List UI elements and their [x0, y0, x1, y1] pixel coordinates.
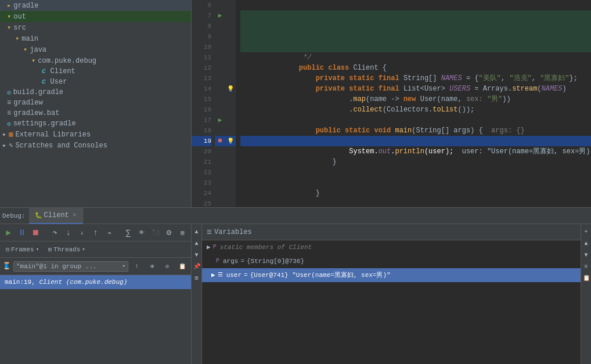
- var-item-args[interactable]: P args = {String[0]@736}: [202, 254, 581, 268]
- sort-vars-button[interactable]: ≡: [581, 261, 592, 272]
- bulb-icon[interactable]: 💡: [225, 84, 236, 94]
- debug-body: ▶ ⏸ ⏹ ↷ ↓ ⇓ ↑ ⇥ ∑ 👁 ⬛ ⚙ ▤: [0, 224, 591, 364]
- stack-frame-item[interactable]: main:19, Client (com.puke.debug): [0, 275, 191, 289]
- line-number: 16: [192, 104, 211, 115]
- evaluate-button[interactable]: ∑: [122, 226, 134, 239]
- sidebar-item-src[interactable]: ▾ src: [0, 22, 191, 33]
- code-line-17: public static void main(String[] args) {…: [240, 115, 591, 125]
- hint-item: [225, 188, 236, 199]
- debug-panel: Debug: 🐛 Client × ▶ ⏸ ⏹ ↷ ↓ ⇓ ↑: [0, 207, 591, 364]
- run-indicator: [215, 52, 225, 63]
- scratch-icon: ✎: [9, 141, 13, 150]
- sidebar-item-buildgradle[interactable]: ⚙ build.gradle: [0, 87, 191, 98]
- add-watch-button[interactable]: +: [581, 226, 592, 237]
- sidebar-item-extlibs[interactable]: ▸ ▦ External Libraries: [0, 129, 191, 140]
- watch-button[interactable]: 👁: [136, 226, 148, 239]
- folder-open-icon: ▾: [31, 56, 35, 65]
- frames-button[interactable]: ⊟ Frames ▾: [2, 245, 42, 254]
- step-over-button[interactable]: ↷: [49, 226, 61, 239]
- code-line-16: [240, 104, 591, 115]
- editor: 6 7 8 9 10 11 12 13 14 15 16 17 18 19: [192, 0, 591, 207]
- restore-layout-button[interactable]: ▲: [192, 226, 202, 237]
- run-indicator: [215, 157, 225, 167]
- variables-header: ☰ Variables: [202, 224, 581, 240]
- sort-threads-button[interactable]: ↕: [131, 260, 143, 273]
- scroll-down-vars-button[interactable]: ▼: [581, 250, 592, 260]
- hint-item: [225, 125, 236, 136]
- hint-indicators: 💡 💡: [225, 0, 236, 207]
- debug-side-toolbar: ▲ ▲ ▼ 📌 ⊞: [192, 224, 202, 364]
- run-indicator: [215, 31, 225, 42]
- frames-threads-bar: ⊟ Frames ▾ ⊞ Threads ▾: [0, 242, 191, 258]
- code-line-6: [240, 0, 591, 10]
- code-line-24: [240, 188, 591, 199]
- var-value: {User@741} "User(name=黑寡妇, sex=男)": [250, 268, 391, 282]
- freeze-thread-button[interactable]: ❄: [146, 260, 158, 273]
- sidebar-item-scratches[interactable]: ▸ ✎ Scratches and Consoles: [0, 140, 191, 151]
- line-number: 7: [192, 10, 211, 21]
- stop-button[interactable]: ⏹: [30, 226, 42, 239]
- threads-button[interactable]: ⊞ Threads ▾: [45, 245, 89, 254]
- bulb-icon-highlighted[interactable]: 💡: [225, 136, 236, 146]
- copy-button[interactable]: ⊞: [192, 273, 202, 283]
- step-out-button[interactable]: ↑: [89, 226, 102, 239]
- scroll-up-button[interactable]: ▲: [192, 238, 202, 248]
- hint-item: [225, 115, 236, 125]
- code-line-22: [240, 167, 591, 178]
- code-line-13: private static final List<User> USERS = …: [240, 73, 591, 84]
- hint-item: [225, 73, 236, 84]
- library-icon: ▦: [9, 130, 13, 139]
- code-line-14: .map(name -> new User(name, sex: "男")): [240, 84, 591, 94]
- layout-button[interactable]: ▤: [176, 226, 189, 239]
- sidebar-item-main[interactable]: ▾ main: [0, 33, 191, 44]
- sidebar-item-gradlew[interactable]: ≡ gradlew: [0, 98, 191, 108]
- scroll-down-button[interactable]: ▼: [192, 250, 202, 260]
- pause-button[interactable]: ⏸: [16, 226, 28, 239]
- close-tab-icon[interactable]: ×: [73, 211, 77, 219]
- variables-list: ▶ P static members of Client P args = {S…: [202, 240, 581, 364]
- step-into-button[interactable]: ↓: [62, 226, 74, 239]
- hint-item: [225, 31, 236, 42]
- pin-button[interactable]: 📌: [192, 261, 202, 272]
- tab-client[interactable]: 🐛 Client ×: [29, 208, 83, 224]
- sidebar-item-label: java: [30, 46, 46, 54]
- sidebar-item-label: main: [21, 35, 38, 43]
- hint-item: [225, 0, 236, 10]
- run-indicator: ⬟: [215, 136, 225, 146]
- run-indicator: [215, 146, 225, 157]
- frames-button[interactable]: ⬛: [149, 226, 161, 239]
- resume-button[interactable]: ▶: [2, 226, 15, 239]
- settings-button[interactable]: ⚙: [163, 226, 175, 239]
- copy-stack-button[interactable]: 📋: [176, 260, 189, 273]
- sidebar-item-client[interactable]: C Client: [0, 66, 191, 77]
- expand-arrow-icon[interactable]: ▶: [207, 240, 211, 254]
- sidebar-item-settingsgradle[interactable]: ⚙ settings.gradle: [0, 118, 191, 129]
- line-number: 24: [192, 188, 211, 199]
- run-to-cursor-button[interactable]: ⇥: [103, 226, 115, 239]
- hint-item: [225, 42, 236, 52]
- force-step-into-button[interactable]: ⇓: [75, 226, 88, 239]
- scroll-up-vars-button[interactable]: ▲: [581, 238, 592, 248]
- var-item-static[interactable]: ▶ P static members of Client: [202, 240, 581, 254]
- line-number: 23: [192, 178, 211, 188]
- sidebar-item-package[interactable]: ▾ com.puke.debug: [0, 55, 191, 66]
- line-number: 8: [192, 21, 211, 31]
- filter-button[interactable]: ⊘: [161, 260, 174, 273]
- var-item-user[interactable]: ▶ ☰ user = {User@741} "User(name=黑寡妇, se…: [202, 268, 581, 282]
- sidebar-item-gradle[interactable]: ▸ gradle: [0, 0, 191, 11]
- threads-icon: ⊞: [48, 246, 52, 253]
- thread-value: "main"@1 in group ...: [16, 263, 97, 270]
- sidebar-item-label: build.gradle: [13, 88, 63, 96]
- sidebar-item-out[interactable]: ▾ out: [0, 11, 191, 22]
- copy-vars-button[interactable]: 📋: [581, 273, 592, 283]
- expand-arrow-icon[interactable]: ▶: [211, 268, 215, 282]
- line-number: 22: [192, 167, 211, 178]
- sidebar-item-java[interactable]: ▾ java: [0, 44, 191, 55]
- var-icon: ☰: [218, 268, 223, 282]
- sidebar-item-user[interactable]: C User: [0, 77, 191, 87]
- sidebar-item-label: Scratches and Consoles: [15, 142, 107, 150]
- thread-dropdown[interactable]: "main"@1 in group ... ▾: [13, 261, 128, 272]
- run-indicator: [215, 104, 225, 115]
- sidebar-item-gradlewbat[interactable]: ≡ gradlew.bat: [0, 108, 191, 118]
- code-area: /** * @author puke * @version 2018/6/3: [236, 0, 591, 207]
